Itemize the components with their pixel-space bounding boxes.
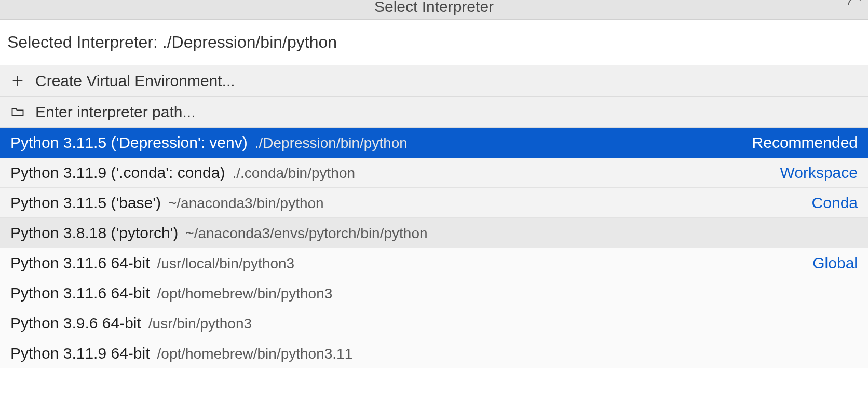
dialog-title: Select Interpreter	[374, 0, 494, 16]
interpreter-item[interactable]: Python 3.11.5 ('base') ~/anaconda3/bin/p…	[0, 188, 868, 218]
interpreter-path: /usr/bin/python3	[148, 316, 252, 332]
interpreter-path: /opt/homebrew/bin/python3.11	[157, 346, 353, 362]
interpreter-name: Python 3.11.5 ('base')	[10, 194, 161, 212]
interpreter-badge: Global	[806, 254, 858, 272]
interpreter-badge: Workspace	[774, 164, 858, 182]
interpreter-item[interactable]: Python 3.11.6 64-bit /usr/local/bin/pyth…	[0, 248, 868, 278]
interpreter-path: /usr/local/bin/python3	[157, 255, 295, 272]
create-venv-label: Create Virtual Environment...	[35, 72, 235, 90]
interpreter-name: Python 3.11.6 64-bit	[10, 284, 150, 302]
folder-icon	[9, 105, 26, 119]
enter-path-action[interactable]: Enter interpreter path...	[0, 97, 868, 128]
interpreter-item[interactable]: Python 3.11.5 ('Depression': venv) ./Dep…	[0, 128, 868, 158]
interpreter-path: ./Depression/bin/python	[255, 135, 408, 152]
interpreter-name: Python 3.9.6 64-bit	[10, 314, 141, 332]
dialog-header: Select Interpreter	[0, 0, 868, 20]
interpreter-name: Python 3.8.18 ('pytorch')	[10, 224, 178, 242]
interpreter-badge: Conda	[806, 194, 858, 212]
interpreter-path: ~/anaconda3/bin/python	[168, 195, 324, 212]
interpreter-badge: Recommended	[746, 134, 858, 152]
interpreter-name: Python 3.11.5 ('Depression': venv)	[10, 134, 248, 152]
enter-path-label: Enter interpreter path...	[35, 103, 196, 121]
plus-icon	[9, 74, 26, 88]
interpreter-name: Python 3.11.9 ('.conda': conda)	[10, 164, 225, 182]
interpreter-path: ~/anaconda3/envs/pytorch/bin/python	[185, 225, 427, 242]
interpreter-name: Python 3.11.6 64-bit	[10, 254, 150, 272]
interpreter-input-row[interactable]	[0, 20, 868, 65]
interpreter-item[interactable]: Python 3.11.9 64-bit /opt/homebrew/bin/p…	[0, 338, 868, 368]
refresh-icon[interactable]	[846, 0, 865, 15]
interpreter-path: ./.conda/bin/python	[232, 165, 355, 182]
interpreter-item[interactable]: Python 3.9.6 64-bit /usr/bin/python3	[0, 308, 868, 338]
interpreter-path: /opt/homebrew/bin/python3	[157, 285, 333, 302]
interpreter-item[interactable]: Python 3.11.6 64-bit /opt/homebrew/bin/p…	[0, 278, 868, 308]
interpreter-item[interactable]: Python 3.8.18 ('pytorch') ~/anaconda3/en…	[0, 218, 868, 248]
interpreter-item[interactable]: Python 3.11.9 ('.conda': conda) ./.conda…	[0, 158, 868, 188]
interpreter-name: Python 3.11.9 64-bit	[10, 345, 150, 362]
interpreter-input[interactable]	[7, 20, 861, 65]
create-venv-action[interactable]: Create Virtual Environment...	[0, 65, 868, 97]
